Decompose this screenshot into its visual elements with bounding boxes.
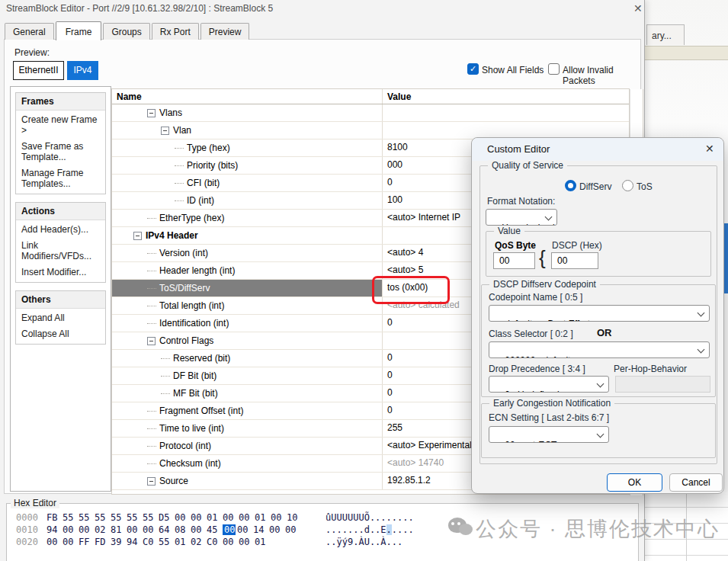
window-close-icon[interactable]: ✕ — [633, 2, 643, 14]
sidebar-section-frames: FramesCreate new Frame >Save Frame as Te… — [15, 92, 106, 194]
chevron-down-icon — [698, 309, 705, 317]
sidebar-item-link-modifiers-vfds[interactable]: Link Modifiers/VFDs... — [16, 236, 105, 263]
codepoint-name-select[interactable]: default : Best Effort — [489, 305, 710, 322]
hex-bytes[interactable]: FB555555555555D50000010000010010 — [47, 512, 303, 523]
dialog-close-icon[interactable]: ✕ — [705, 143, 714, 155]
tree-connector — [161, 376, 170, 377]
tree-connector — [147, 271, 156, 271]
chevron-down-icon — [698, 346, 705, 354]
codepoint-name-label: Codepoint Name [ 0:5 ] — [489, 292, 582, 303]
sidebar-section-title: Frames — [16, 93, 105, 111]
watermark: 公众号 · 思博伦技术中心 — [448, 515, 720, 543]
hex-ascii: ..ÿý9.ÀU..À... — [326, 537, 402, 547]
qos-byte-input[interactable]: 00 — [493, 252, 535, 269]
table-header: Name Value — [112, 89, 629, 104]
sidebar-item-save-frame-as-template[interactable]: Save Frame as Template... — [16, 137, 105, 164]
preview-label: Preview: — [14, 47, 50, 58]
field-name-cell: DF Bit (bit) — [112, 367, 383, 384]
ecn-setting-select[interactable]: 00 : not-ECT — [489, 426, 609, 443]
watermark-text: 公众号 · 思博伦技术中心 — [476, 515, 720, 543]
collapse-icon[interactable] — [147, 477, 156, 486]
field-name-cell: Source — [112, 473, 383, 489]
sidebar-item-add-header-s[interactable]: Add Header(s)... — [16, 220, 105, 236]
tab-groups[interactable]: Groups — [103, 23, 149, 40]
field-name-cell: Version (int) — [112, 245, 383, 261]
field-name: Total length (int) — [159, 300, 224, 311]
field-name: Source — [159, 476, 188, 486]
collapse-icon[interactable] — [147, 337, 156, 345]
sidebar-section-actions: ActionsAdd Header(s)...Link Modifiers/VF… — [15, 202, 106, 283]
hex-bytes[interactable]: 94000002810000640800450000140000 — [47, 524, 301, 535]
field-value-cell[interactable] — [383, 122, 629, 139]
ecn-setting-label: ECN Setting [ Last 2-bits 6:7 ] — [489, 412, 609, 423]
field-name-cell: Vlan — [112, 122, 383, 139]
collapse-icon[interactable] — [147, 109, 156, 117]
format-notation-select[interactable]: Hexadecimal — [486, 209, 557, 226]
table-row[interactable]: Vlans — [112, 104, 629, 122]
tab-preview[interactable]: Preview — [200, 23, 250, 40]
cancel-button[interactable]: Cancel — [669, 473, 723, 492]
show-all-fields-label: Show All Fields — [482, 65, 544, 75]
collapse-icon[interactable] — [161, 127, 169, 135]
format-notation-label: Format Notation: — [487, 196, 555, 207]
field-name: Vlans — [159, 107, 182, 118]
preview-button-ethernetii[interactable]: EthernetII — [13, 61, 64, 80]
show-all-fields-checkbox[interactable] — [467, 63, 479, 75]
field-name: Fragment Offset (int) — [159, 406, 243, 416]
tree-connector — [147, 306, 156, 306]
field-name-cell: EtherType (hex) — [112, 210, 383, 226]
tos-radio-label[interactable]: ToS — [637, 181, 653, 192]
tab-strip: GeneralFrameGroupsRx PortPreview — [5, 21, 251, 40]
titlebar: StreamBlock Editor - Port //2/9 [10.61.3… — [0, 0, 644, 20]
ok-button[interactable]: OK — [607, 473, 662, 492]
chevron-down-icon — [597, 431, 605, 438]
field-name-cell: Reserved (bit) — [112, 350, 383, 367]
diffserv-radio-label[interactable]: DiffServ — [579, 181, 611, 192]
sidebar-item-insert-modifier[interactable]: Insert Modifier... — [16, 263, 105, 282]
tree-connector — [147, 253, 156, 254]
sidebar-section-title: Others — [16, 291, 105, 309]
column-header-name[interactable]: Name — [112, 89, 383, 104]
preview-button-ipv4[interactable]: IPv4 — [67, 61, 98, 80]
class-selector-select[interactable]: 000000 : default — [489, 341, 710, 358]
hex-bytes[interactable]: 0000FFFD3994C0550102C0000001 — [47, 537, 271, 547]
allow-invalid-packets-checkbox[interactable] — [548, 63, 560, 75]
field-name-cell: MF Bit (bit) — [112, 385, 383, 402]
sidebar-item-expand-all[interactable]: Expand All — [16, 309, 105, 325]
tos-radio[interactable] — [622, 180, 633, 191]
chevron-down-icon — [597, 380, 605, 388]
dscp-group-label: DSCP Diffserv Codepoint — [489, 279, 600, 290]
tree-connector — [175, 148, 184, 149]
tree-connector — [147, 323, 156, 324]
tab-rx-port[interactable]: Rx Port — [152, 23, 199, 40]
field-name: Checksum (int) — [159, 458, 221, 469]
sidebar-item-create-new-frame[interactable]: Create new Frame > — [16, 111, 105, 137]
column-header-value[interactable]: Value — [383, 89, 629, 104]
class-selector-label: Class Selector [ 0:2 ] — [489, 329, 573, 339]
diffserv-radio[interactable] — [565, 180, 576, 191]
or-label: OR — [597, 327, 612, 338]
drop-precedence-select[interactable]: 0 : Undefined — [489, 376, 609, 393]
tree-connector — [147, 446, 156, 447]
field-name: CFI (bit) — [187, 178, 220, 188]
field-name: MF Bit (bit) — [173, 388, 218, 399]
sidebar-item-manage-frame-templates[interactable]: Manage Frame Templates... — [16, 164, 105, 194]
field-name-cell: IPv4 Header — [112, 227, 383, 244]
field-name-cell: Checksum (int) — [112, 455, 383, 472]
field-name-cell: Header length (int) — [112, 262, 383, 279]
tab-frame[interactable]: Frame — [56, 21, 102, 40]
field-name: Type (hex) — [187, 143, 230, 153]
tab-general[interactable]: General — [5, 23, 54, 40]
tree-connector — [147, 411, 156, 412]
dscp-hex-input[interactable]: 00 — [551, 252, 598, 269]
wechat-icon — [448, 516, 476, 542]
tree-connector — [147, 218, 156, 219]
drop-precedence-label: Drop Precedence [ 3:4 ] — [489, 364, 585, 374]
tree-connector — [147, 428, 156, 429]
sidebar-item-collapse-all[interactable]: Collapse All — [16, 325, 105, 344]
field-value-cell[interactable] — [383, 104, 629, 121]
field-name-cell: Identification (int) — [112, 315, 383, 332]
collapse-icon[interactable] — [133, 232, 142, 240]
background-partial-tab[interactable]: ary... — [646, 24, 685, 45]
per-hop-behavior-label: Per-Hop-Behavior — [614, 364, 687, 374]
